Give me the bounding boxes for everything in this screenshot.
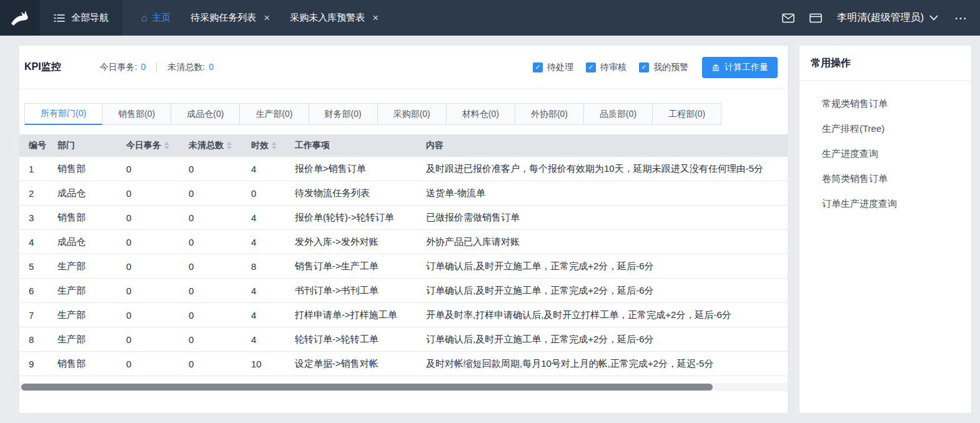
column-header-3[interactable]: 未清总数 <box>185 140 247 151</box>
table-row[interactable]: 8生产部004轮转订单->轮转工单订单确认后,及时开立施工单，正常完成+2分，延… <box>19 327 788 352</box>
sort-icon <box>164 142 169 149</box>
header-label: 未清总数 <box>189 140 224 151</box>
dept-tab-0[interactable]: 所有部门(0) <box>24 103 102 125</box>
header-label: 部门 <box>57 140 75 151</box>
mail-icon[interactable] <box>782 13 794 23</box>
table-cell: 4 <box>247 286 291 296</box>
column-header-4[interactable]: 时效 <box>247 140 291 151</box>
table-cell: 生产部 <box>54 285 122 297</box>
quick-op-link-0[interactable]: 常规类销售订单 <box>799 91 971 116</box>
dept-tab-3[interactable]: 生产部(0) <box>240 103 309 125</box>
table-row[interactable]: 5生产部008销售订单->生产工单订单确认后,及时开立施工单，正常完成+2分，延… <box>19 254 788 279</box>
dept-tab-2[interactable]: 成品仓(0) <box>171 103 240 125</box>
table-cell: 销售部 <box>54 358 122 370</box>
header-label: 工作事项 <box>295 140 330 151</box>
table-header: 编号部门今日事务未清总数时效工作事项内容 <box>19 134 788 157</box>
table-row[interactable]: 4成品仓004发外入库->发外对账外协产品已入库请对账 <box>19 230 788 254</box>
header-label: 内容 <box>426 140 443 151</box>
table-cell: 10 <box>247 359 291 369</box>
filter-checkbox-0[interactable]: ✓待处理 <box>533 62 573 73</box>
table-cell: 4 <box>247 334 291 345</box>
table-cell: 销售订单->生产工单 <box>291 261 422 272</box>
table-cell: 设定单据->销售对帐 <box>291 358 422 370</box>
dept-tab-1[interactable]: 销售部(0) <box>102 103 171 125</box>
table-cell: 0 <box>185 310 247 321</box>
close-icon[interactable]: × <box>372 12 379 23</box>
table-cell: 8 <box>19 334 54 345</box>
quick-op-link-2[interactable]: 生产进度查询 <box>799 141 971 166</box>
table-cell: 4 <box>19 237 54 247</box>
today-value: 0 <box>141 62 146 72</box>
dept-tab-9[interactable]: 工程部(0) <box>653 103 721 125</box>
checkbox-icon: ✓ <box>586 62 596 72</box>
table-cell: 成品仓 <box>54 236 122 248</box>
dept-tab-5[interactable]: 采购部(0) <box>378 103 447 125</box>
filter-checkbox-2[interactable]: ✓我的预警 <box>639 62 688 73</box>
today-label: 今日事务: <box>100 62 137 72</box>
dept-tabs: 所有部门(0)销售部(0)成品仓(0)生产部(0)财务部(0)采购部(0)材料仓… <box>24 103 788 125</box>
table-cell: 报价单(轮转)->轮转订单 <box>291 212 422 224</box>
table-cell: 1 <box>19 164 54 174</box>
kpi-header-row: KPI监控 今日事务:0 未清总数:0 ✓待处理✓待审核✓我的预警 计算工作量 <box>19 46 788 89</box>
calc-workload-button[interactable]: 计算工作量 <box>702 57 778 78</box>
table-cell: 报价单>销售订单 <box>291 163 422 175</box>
topbar-tab-2[interactable]: 采购未入库预警表× <box>280 0 389 36</box>
more-icon[interactable]: ⋯ <box>953 12 969 24</box>
table-cell: 0 <box>122 359 185 369</box>
filter-checkbox-1[interactable]: ✓待审核 <box>586 62 626 73</box>
quick-ops-panel: 常用操作 常规类销售订单生产排程(Tree)生产进度查询卷筒类销售订单订单生产进… <box>799 45 972 414</box>
table-row[interactable]: 10财务部004销售对账->销售发票财务开票及时率,业务申请开票,1小时内完成开… <box>19 376 788 383</box>
table-row[interactable]: 9销售部0010设定单据->销售对帐及时对帐缩短回款周期,每月10号对上月的帐,… <box>19 352 788 376</box>
app-logo[interactable] <box>0 0 40 36</box>
table-cell: 5 <box>19 261 54 272</box>
table-cell: 外协产品已入库请对账 <box>422 236 788 248</box>
table-cell: 4 <box>247 164 291 174</box>
dept-tab-6[interactable]: 材料仓(0) <box>447 103 515 125</box>
quick-op-link-3[interactable]: 卷筒类销售订单 <box>799 166 971 191</box>
table-cell: 送货单-物流单 <box>422 187 788 199</box>
topbar: 全部导航 ⌂主页待采购任务列表×采购未入库预警表× 李明清(超级管理员) ⋯ <box>0 0 980 36</box>
table-cell: 3 <box>19 212 54 223</box>
table-cell: 成品仓 <box>54 187 122 199</box>
table-cell: 0 <box>122 310 185 321</box>
table-cell: 7 <box>19 310 54 321</box>
tab-label: 待采购任务列表 <box>191 12 256 24</box>
table-cell: 发外入库->发外对账 <box>291 236 422 248</box>
table-cell: 及时跟进已报价准客户，每个报价有效期为10天，延期未跟进又没有任何理由-5分 <box>422 163 788 175</box>
dept-tab-4[interactable]: 财务部(0) <box>309 103 378 125</box>
table-cell: 4 <box>247 212 291 223</box>
table-cell: 轮转订单->轮转工单 <box>291 334 422 346</box>
column-header-2[interactable]: 今日事务 <box>122 140 185 151</box>
horizontal-scrollbar[interactable] <box>19 383 788 391</box>
total-stat: 未清总数:0 <box>167 62 214 73</box>
table-cell: 6 <box>19 286 54 296</box>
table-cell: 0 <box>122 286 185 296</box>
table-cell: 0 <box>122 334 185 345</box>
window-icon[interactable] <box>809 13 822 23</box>
user-menu[interactable]: 李明清(超级管理员) <box>837 11 938 24</box>
close-icon[interactable]: × <box>264 12 270 23</box>
table-cell: 书刊订单->书刊工单 <box>291 285 422 297</box>
quick-op-link-1[interactable]: 生产排程(Tree) <box>799 116 971 141</box>
table-cell: 待发物流任务列表 <box>291 187 422 199</box>
dept-tab-8[interactable]: 品质部(0) <box>584 103 653 125</box>
table-row[interactable]: 1销售部004报价单>销售订单及时跟进已报价准客户，每个报价有效期为10天，延期… <box>19 157 788 181</box>
table-row[interactable]: 2成品仓000待发物流任务列表送货单-物流单 <box>19 181 788 206</box>
table-row[interactable]: 6生产部004书刊订单->书刊工单订单确认后,及时开立施工单，正常完成+2分，延… <box>19 279 788 303</box>
table-cell: 生产部 <box>54 261 122 272</box>
kpi-filters: ✓待处理✓待审核✓我的预警 <box>533 62 688 73</box>
quick-op-link-4[interactable]: 订单生产进度查询 <box>799 191 971 216</box>
column-header-1: 部门 <box>54 140 122 151</box>
table-row[interactable]: 7生产部004打样申请单->打样施工单开单及时率,打样申请确认后,及时开立打样工… <box>19 303 788 327</box>
topbar-tab-0[interactable]: ⌂主页 <box>131 0 181 36</box>
tab-label: 主页 <box>152 12 171 24</box>
table-row[interactable]: 3销售部004报价单(轮转)->轮转订单已做报价需做销售订单 <box>19 206 788 230</box>
all-navigation-label: 全部导航 <box>71 12 109 24</box>
scrollbar-thumb[interactable] <box>21 384 713 391</box>
filter-label: 待审核 <box>600 62 626 73</box>
topbar-tab-1[interactable]: 待采购任务列表× <box>181 0 280 36</box>
bank-icon <box>711 63 720 72</box>
all-navigation-button[interactable]: 全部导航 <box>40 0 122 36</box>
dept-tab-7[interactable]: 外协部(0) <box>515 103 584 125</box>
table-cell: 4 <box>247 310 291 321</box>
